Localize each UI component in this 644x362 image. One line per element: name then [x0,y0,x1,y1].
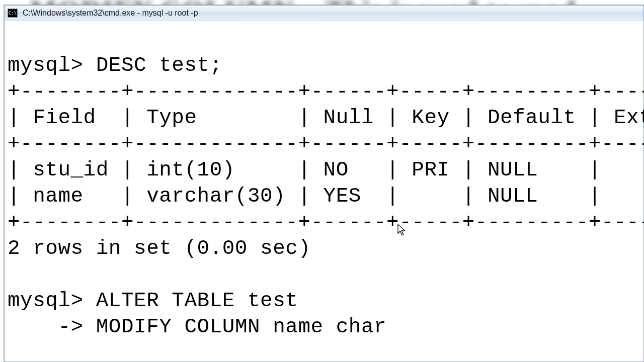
table-border: +--------+-------------+------+-----+---… [8,211,644,234]
table-border: +--------+-------------+------+-----+---… [8,132,644,155]
mysql-prompt: mysql> [8,54,84,77]
terminal-output[interactable]: mysql> DESC test; +--------+------------… [5,21,643,361]
cmd-icon [8,9,18,18]
table-row: | stu_id | int(10) | NO | PRI | NULL | | [8,158,644,182]
terminal-line: -> MODIFY COLUMN name char [8,315,386,338]
table-header: | Field | Type | Null | Key | Default | … [8,106,644,129]
table-border: +--------+-------------+------+-----+---… [8,80,644,103]
terminal-line: mysql> ALTER TABLE test [8,289,298,312]
sql-command: DESC test; [96,54,222,77]
table-row: | name | varchar(30) | YES | | NULL | | [8,185,644,208]
window-title: C:\Windows\system32\cmd.exe - mysql -u r… [23,9,198,18]
terminal-line: mysql> DESC test; [8,54,222,77]
window-titlebar[interactable]: C:\Windows\system32\cmd.exe - mysql -u r… [5,6,643,21]
mysql-prompt: mysql> [8,289,84,312]
status-line: 2 rows in set (0.00 sec) [8,237,311,260]
mysql-cont-prompt: -> [8,315,84,338]
sql-command: ALTER TABLE test [96,289,298,312]
cmd-window: C:\Windows\system32\cmd.exe - mysql -u r… [4,5,644,362]
sql-command: MODIFY COLUMN name char [96,315,386,338]
